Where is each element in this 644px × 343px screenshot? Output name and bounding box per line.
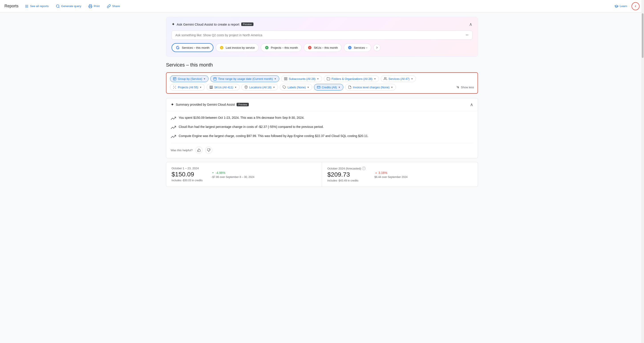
share-link[interactable]: Share: [104, 3, 122, 9]
gemini-panel: ✦ Ask Gemini Cloud Assist to create a re…: [166, 17, 478, 57]
gemini-search-input[interactable]: [175, 33, 464, 37]
trend-icon-0: [171, 116, 176, 121]
google-logo-icon-3: G: [308, 45, 312, 50]
scrollbar[interactable]: [641, 0, 644, 191]
skus-icon: [210, 85, 213, 89]
arrow-up-icon: [374, 171, 378, 174]
filter-group-by[interactable]: Group by (Service) ▼: [170, 75, 208, 82]
chip-label-3: SKUs – this month: [314, 46, 338, 49]
stat-forecast-change-value: 3.16%: [374, 171, 408, 175]
stat-current-amount: October 1 – 23, 2024 $150.09 includes -$…: [172, 167, 202, 182]
quick-chips-row: Services – this month G Last invoice by …: [172, 43, 472, 52]
filter-arrow-7: ▼: [273, 86, 275, 88]
chip-services-this-month[interactable]: Services – this month: [172, 43, 214, 52]
svg-rect-14: [173, 77, 176, 80]
stat-forecast-note: includes -$43.49 in credits: [327, 179, 366, 182]
calendar-icon: [213, 77, 217, 80]
panel-toggle-button[interactable]: [632, 2, 640, 10]
stat-forecast-amount: October 2024 (forecasted) ? $209.73 incl…: [327, 167, 366, 182]
google-logo-icon-0: [176, 45, 180, 50]
chip-label-0: Services – this month: [182, 46, 210, 49]
chip-skus-this-month[interactable]: G SKUs – this month: [304, 43, 342, 52]
stat-forecast-period: October 2024 (forecasted) ?: [327, 167, 366, 170]
edit-icon[interactable]: ✏: [466, 33, 469, 37]
summary-card-body: You spent $150.09 between Oct 1-23, 2024…: [166, 111, 478, 158]
gemini-search-box: ✏: [172, 30, 472, 39]
google-logo-icon-1: G: [220, 45, 224, 50]
svg-rect-36: [317, 86, 320, 88]
see-all-reports-link[interactable]: See all reports: [22, 3, 52, 9]
filter-projects[interactable]: Projects (All 55) ▼: [170, 84, 205, 90]
svg-text:G: G: [309, 46, 311, 49]
stat-current-value: $150.09: [172, 171, 202, 178]
list-icon: [25, 4, 29, 8]
filter-invoice-charges[interactable]: Invoice level charges (None) ▼: [345, 84, 396, 90]
main-content: ✦ Ask Gemini Cloud Assist to create a re…: [161, 12, 483, 191]
svg-rect-5: [90, 6, 92, 8]
table-icon: [173, 77, 176, 80]
filter-services[interactable]: Services (All 47) ▼: [381, 75, 416, 82]
filter-credits[interactable]: Credits (All) ▼: [314, 84, 343, 90]
summary-item-1: Cloud Run had the largest percentage cha…: [171, 125, 473, 130]
filter-arrow-5: ▼: [200, 86, 202, 88]
chips-next-button[interactable]: [374, 44, 380, 51]
gemini-collapse-button[interactable]: ∧: [469, 21, 472, 27]
svg-rect-17: [214, 78, 216, 80]
trend-icon-2: [171, 134, 176, 139]
folder-icon: [327, 77, 330, 80]
stat-forecast-value: $209.73: [327, 171, 366, 178]
filter-labels[interactable]: Labels (None) ▼: [280, 84, 312, 90]
filter-subaccounts[interactable]: Subaccounts (All 28) ▼: [281, 75, 322, 82]
filter-arrow-0: ▼: [204, 78, 206, 80]
filters-row-1: Group by (Service) ▼ Time range by usage…: [170, 75, 474, 82]
filters-section: Group by (Service) ▼ Time range by usage…: [166, 72, 478, 94]
filter-locations[interactable]: Locations (All 18) ▼: [242, 84, 278, 90]
summary-preview-badge: Preview: [236, 103, 249, 106]
stats-forecast-cell: October 2024 (forecasted) ? $209.73 incl…: [322, 162, 478, 187]
google-logo-icon-2: G: [264, 45, 269, 50]
svg-point-3: [56, 5, 59, 7]
svg-text:G: G: [349, 46, 351, 49]
svg-rect-32: [210, 87, 212, 88]
svg-text:G: G: [221, 46, 222, 49]
print-link[interactable]: Print: [86, 3, 102, 9]
chip-last-invoice[interactable]: G Last invoice by service: [216, 43, 258, 52]
svg-text:G: G: [266, 46, 268, 49]
svg-rect-31: [210, 86, 212, 86]
summary-collapse-button[interactable]: ∧: [470, 102, 473, 107]
scrollbar-thumb[interactable]: [642, 13, 644, 58]
svg-rect-24: [284, 79, 286, 80]
chip-services-partial[interactable]: G Services –: [344, 43, 371, 52]
thumbs-up-button[interactable]: [196, 147, 202, 154]
learn-link[interactable]: Learn: [612, 3, 630, 9]
trend-icon-1: [171, 125, 176, 130]
thumbs-down-button[interactable]: [205, 147, 212, 154]
stat-current-note: includes -$30.03 in credits: [172, 179, 202, 182]
chip-label-1: Last invoice by service: [226, 46, 255, 49]
svg-point-34: [246, 86, 246, 87]
chip-projects-this-month[interactable]: G Projects – this month: [261, 43, 302, 52]
stat-current-period: October 1 – 23, 2024: [172, 167, 202, 170]
stats-current-cell: October 1 – 23, 2024 $150.09 includes -$…: [166, 162, 322, 187]
projects-icon: [173, 85, 176, 89]
sparkle-icon-2: ✦: [171, 102, 174, 107]
sparkle-icon: ✦: [172, 22, 175, 27]
filter-folders[interactable]: Folders & Organizations (All 28) ▼: [324, 75, 379, 82]
info-icon[interactable]: ?: [362, 167, 366, 170]
filter-time-range[interactable]: Time range by usage date (Current month)…: [210, 75, 279, 82]
gemini-preview-badge: Preview: [241, 22, 254, 26]
stat-current-change-value: -4.98%: [212, 171, 254, 175]
thumbs-up-icon: [197, 148, 201, 152]
chip-label-2: Projects – this month: [271, 46, 298, 49]
gemini-title: ✦ Ask Gemini Cloud Assist to create a re…: [172, 22, 254, 27]
print-icon: [88, 4, 92, 8]
svg-rect-22: [286, 77, 287, 78]
stat-current-change-note: -$7.86 over September 8 – 30, 2024: [212, 176, 254, 179]
chevron-right-icon: [375, 46, 379, 49]
chip-label-4: Services –: [354, 46, 368, 49]
filter-skus[interactable]: SKUs (All 411) ▼: [206, 84, 240, 90]
generate-query-link[interactable]: Generate query: [53, 3, 84, 9]
svg-rect-33: [210, 88, 212, 88]
show-less-button[interactable]: Show less: [456, 85, 474, 89]
filter-arrow-8: ▼: [307, 86, 309, 88]
